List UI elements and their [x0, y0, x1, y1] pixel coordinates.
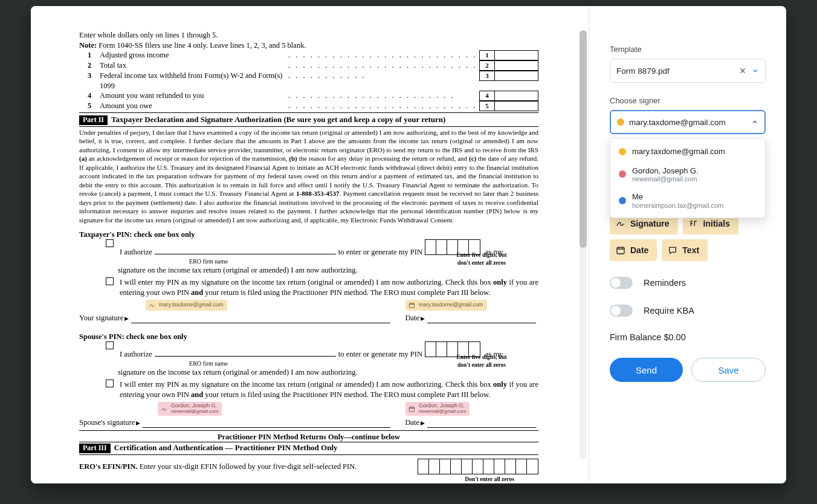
template-label: Template: [610, 45, 766, 54]
form-note: Note: Form 1040-SS filers use line 4 onl…: [79, 40, 538, 51]
line-num: 4: [79, 91, 100, 101]
date-label: Date: [405, 418, 425, 428]
form-text: your return is filed using the Practitio…: [203, 390, 490, 399]
option-color-dot: [619, 197, 626, 204]
line-num: 2: [79, 60, 100, 71]
date-label: Date: [405, 313, 425, 323]
form-text: signature on the income tax return (orig…: [118, 367, 538, 378]
form-text: to enter or generate my PIN: [338, 247, 422, 257]
signer-select[interactable]: mary.taxdome@gmail.com: [610, 110, 766, 134]
firm-balance: Firm Balance $0.00: [610, 332, 766, 342]
option-sublabel: newemail@gmail.com: [632, 175, 699, 183]
svg-rect-2: [617, 247, 624, 254]
spouse-date-line[interactable]: [427, 421, 536, 428]
form-text: to enter or generate my PIN: [338, 349, 422, 360]
form-text: signature on the income tax return (orig…: [118, 265, 538, 276]
taxpayer-pin-header: Taxpayer's PIN: check one box only: [79, 230, 538, 240]
checkbox-spouse-self-pin[interactable]: [106, 380, 114, 387]
save-button[interactable]: Save: [691, 358, 766, 382]
kba-toggle[interactable]: [610, 305, 633, 317]
signer-option[interactable]: Gordon, Joseph G.newemail@gmail.com: [610, 161, 765, 188]
ero-efin-label: ERO's EFIN/PIN.: [79, 462, 138, 471]
line-text: Adjusted gross income: [100, 50, 288, 60]
calendar-icon: [616, 245, 625, 255]
svg-rect-0: [409, 303, 414, 308]
spouse-pin-header: Spouse's PIN: check one box only: [79, 332, 538, 342]
signer-option[interactable]: mary.taxdome@gmail.com: [610, 142, 765, 161]
line-box: 4: [479, 91, 495, 101]
option-label: Me: [632, 192, 723, 202]
line-num: 5: [79, 101, 100, 111]
line-amount[interactable]: [495, 60, 538, 71]
checkbox-self-pin[interactable]: [106, 277, 114, 285]
form-text: I will enter my PIN as my signature on t…: [120, 278, 493, 286]
chevron-up-icon[interactable]: [751, 118, 758, 126]
date-line[interactable]: [427, 316, 536, 323]
scrollbar-thumb[interactable]: [580, 30, 587, 248]
line-amount[interactable]: [495, 91, 538, 101]
line-text: Amount you want refunded to you: [100, 91, 288, 101]
signer-color-dot: [617, 118, 624, 126]
chevron-down-icon[interactable]: [752, 67, 759, 74]
pin-note: Enter five digits, but don't enter all z…: [453, 354, 511, 369]
signer-option[interactable]: Mehomersimpson.tax@gmail.com: [610, 187, 765, 214]
ero-pin-input[interactable]: [418, 459, 538, 474]
field-chips: Signature Initials Date Text: [610, 213, 766, 261]
option-label: Gordon, Joseph G.: [632, 166, 699, 176]
option-sublabel: homersimpson.tax@gmail.com: [632, 202, 723, 209]
template-select[interactable]: Form 8879.pdf: [610, 59, 766, 83]
option-color-dot: [619, 170, 626, 178]
spouse-signature-label: Spouse's signature: [79, 418, 140, 428]
line-amount[interactable]: [495, 101, 538, 111]
template-value: Form 8879.pdf: [616, 66, 734, 76]
reminders-toggle[interactable]: [610, 277, 633, 289]
ero-firm-label: ERO firm name: [118, 360, 299, 367]
signature-icon: [616, 219, 625, 228]
signature-tag-gordon[interactable]: Gordon, Joseph G.newemail@gmail.com: [158, 402, 222, 416]
line-num: 3: [79, 71, 100, 81]
checkbox-authorize[interactable]: [106, 239, 114, 247]
signer-dropdown: mary.taxdome@gmail.com Gordon, Joseph G.…: [610, 138, 766, 218]
form-text: your return is filed using the Practitio…: [203, 288, 490, 297]
form-text: I authorize: [120, 349, 152, 360]
form-8879: Enter whole dollars only on lines 1 thro…: [79, 30, 538, 483]
svg-rect-1: [409, 407, 414, 412]
form-text: I will enter my PIN as my signature on t…: [120, 380, 493, 389]
signer-label: Choose signer: [610, 96, 766, 105]
option-label: mary.taxdome@gmail.com: [632, 147, 725, 157]
form-intro: Enter whole dollars only on lines 1 thro…: [79, 30, 538, 40]
part3-header: Part IIICertification and Authentication…: [79, 442, 538, 453]
text-chip[interactable]: Text: [662, 239, 708, 261]
date-tag-gordon[interactable]: Gordon, Joseph G.newemail@gmail.com: [405, 402, 470, 416]
signer-value: mary.taxdome@gmail.com: [629, 118, 746, 127]
initials-icon: [689, 219, 699, 228]
spouse-signature-line[interactable]: [143, 421, 390, 428]
line-text: Amount you owe: [100, 101, 288, 111]
document-pane[interactable]: Enter whole dollars only on lines 1 thro…: [31, 6, 589, 483]
sidebar-panel: Template Form 8879.pdf Choose signer mar…: [589, 6, 786, 483]
text-icon: [668, 245, 677, 255]
part2-header: Part IITaxpayer Declaration and Signatur…: [79, 114, 538, 125]
form-text: I authorize: [120, 247, 152, 257]
clear-icon[interactable]: [738, 66, 747, 75]
line-amount[interactable]: [495, 50, 538, 60]
part3-bar: Practitioner PIN Method Returns Only—con…: [79, 432, 538, 442]
send-button[interactable]: Send: [610, 358, 683, 382]
form-text: Enter your six-digit EFIN followed by yo…: [138, 462, 357, 471]
date-tag-mary[interactable]: mary.taxdome@gmail.com: [405, 300, 487, 311]
line-num: 1: [79, 50, 100, 60]
reminders-label: Reminders: [644, 278, 686, 288]
line-amount[interactable]: [495, 71, 538, 81]
option-color-dot: [619, 148, 626, 155]
line-box: 1: [479, 50, 495, 60]
signature-tag-mary[interactable]: mary.taxdome@gmail.com: [146, 300, 227, 311]
date-chip[interactable]: Date: [610, 239, 657, 261]
line-box: 2: [479, 60, 495, 71]
checkbox-spouse-authorize[interactable]: [106, 341, 114, 349]
your-signature-line[interactable]: [131, 316, 390, 323]
your-signature-label: Your signature: [79, 313, 129, 323]
line-box: 3: [479, 71, 495, 81]
line-box: 5: [479, 101, 495, 111]
declaration-text: Under penalties of perjury, I declare th…: [79, 128, 538, 225]
pin-note: Enter five digits, but don't enter all z…: [453, 251, 511, 267]
